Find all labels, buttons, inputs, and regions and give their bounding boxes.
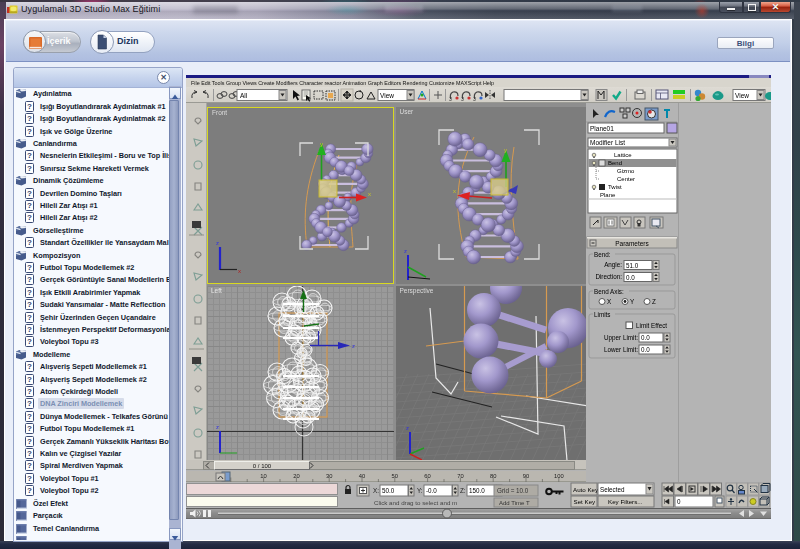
svg-text:?: ? [27,325,32,334]
svg-text:x: x [238,268,241,274]
svg-text:?: ? [27,189,32,198]
svg-text:Limit Effect: Limit Effect [636,322,667,329]
svg-text:?: ? [27,152,32,161]
svg-text:70: 70 [457,473,463,479]
svg-text:?: ? [27,412,32,421]
svg-text:3: 3 [473,96,476,102]
svg-text:3: 3 [461,96,464,102]
svg-text:90: 90 [523,473,529,479]
svg-text:100: 100 [554,473,564,479]
svg-text:Z: Z [652,298,656,305]
svg-text:?: ? [27,424,32,433]
svg-text:y: y [320,141,323,147]
svg-text:z: z [216,424,219,430]
svg-text:Add Time T: Add Time T [499,500,530,506]
svg-text:Selected: Selected [600,486,625,493]
svg-text:?: ? [27,462,32,471]
svg-text:View: View [380,92,394,99]
svg-text:Upper Limit:: Upper Limit: [604,334,638,342]
svg-text:Auto Key: Auto Key [573,486,599,493]
svg-text:z: z [406,425,409,431]
svg-text:?: ? [27,300,32,309]
svg-text:10: 10 [260,473,266,479]
svg-text:0: 0 [677,498,681,505]
svg-text:40: 40 [359,473,365,479]
svg-text:Gizmo: Gizmo [617,168,635,174]
svg-text:Lattice: Lattice [614,152,632,158]
svg-text:Click and drag to select and m: Click and drag to select and m [374,499,457,506]
svg-text:Direction:: Direction: [595,273,622,280]
svg-text:0.0: 0.0 [626,274,635,281]
svg-text:Grid = 10.0: Grid = 10.0 [497,487,529,494]
svg-text:0.0: 0.0 [641,334,650,341]
svg-text:?: ? [27,486,32,495]
svg-text:50: 50 [392,473,398,479]
svg-text:?: ? [27,127,32,136]
svg-text:?: ? [27,437,32,446]
svg-text:50.0: 50.0 [382,487,395,494]
svg-text:All: All [240,92,248,99]
svg-text:X: X [607,298,612,305]
svg-text:?: ? [27,102,32,111]
svg-text:z: z [404,248,407,254]
svg-text:Bend: Bend [608,160,622,166]
svg-text:?: ? [27,400,32,409]
svg-text:?: ? [27,263,32,272]
svg-text:?: ? [27,201,32,210]
svg-text:Modifier List: Modifier List [590,139,625,146]
svg-text:Parameters: Parameters [615,240,649,247]
svg-text:Y: Y [630,298,635,305]
svg-text:?: ? [27,276,32,285]
svg-text:x: x [453,188,456,194]
svg-text:Angle:: Angle: [604,261,622,269]
svg-text:0.0: 0.0 [641,346,650,353]
svg-text:?: ? [27,238,32,247]
svg-text:Lower Limit:: Lower Limit: [604,346,638,353]
svg-text:Set Key: Set Key [574,498,597,505]
svg-text:Limits: Limits [594,311,610,318]
svg-text:?: ? [27,114,32,123]
svg-text:Key Filters...: Key Filters... [608,498,643,505]
svg-text:?: ? [27,338,32,347]
svg-text:150.0: 150.0 [469,487,485,494]
svg-text:30: 30 [326,473,332,479]
svg-text:View: View [735,92,749,99]
svg-text:20: 20 [293,473,299,479]
svg-text:-0.0: -0.0 [426,487,437,494]
svg-text:Bend Axis:: Bend Axis: [594,288,624,295]
svg-text:Bend:: Bend: [594,251,611,258]
svg-text:?: ? [27,214,32,223]
svg-text:x: x [368,191,371,197]
svg-text:?: ? [27,375,32,384]
svg-text:Center: Center [617,176,635,182]
svg-text:80: 80 [490,473,496,479]
svg-text:Z:: Z: [460,487,466,494]
svg-text:?: ? [27,313,32,322]
svg-text:Plane01: Plane01 [590,125,614,132]
svg-text:?: ? [27,288,32,297]
svg-text:z: z [216,240,219,246]
svg-text:?: ? [27,387,32,396]
svg-text:?: ? [27,449,32,458]
svg-text:z: z [352,343,355,349]
svg-text:51.0: 51.0 [626,262,639,269]
svg-text:Y:: Y: [417,487,423,494]
svg-text:?: ? [27,164,32,173]
svg-text:Plane: Plane [600,192,616,198]
svg-text:?: ? [27,362,32,371]
svg-text:60: 60 [424,473,430,479]
svg-text:?: ? [27,474,32,483]
svg-text:Twist: Twist [608,184,622,190]
svg-text:3: 3 [449,96,452,102]
svg-text:y: y [504,147,507,153]
svg-text:X:: X: [373,487,379,494]
